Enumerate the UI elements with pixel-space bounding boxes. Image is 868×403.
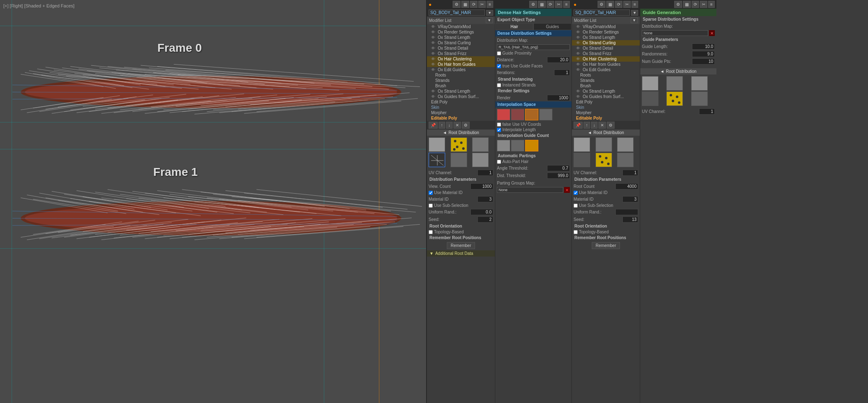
- mod-item-strand-length2[interactable]: 👁 Ox Strand Length: [427, 89, 495, 94]
- dist-thumb-3[interactable]: [472, 137, 489, 152]
- gg-dist-thumb-4[interactable]: [642, 91, 658, 106]
- obj-name-dropdown-left[interactable]: ▼: [486, 10, 493, 16]
- r-mod-strand-frizz[interactable]: 👁 Ox Strand Frizz: [572, 51, 640, 56]
- use-uv-coords-check[interactable]: [497, 122, 501, 127]
- mod-item-guides-from-surf[interactable]: 👁 Ox Guides from Surf...: [427, 94, 495, 99]
- gc-thumb-2[interactable]: [511, 140, 524, 151]
- gg-icon-5[interactable]: ≡: [708, 1, 715, 8]
- gg-icon-4[interactable]: ✂: [700, 1, 707, 8]
- render-input[interactable]: [547, 95, 570, 101]
- r-mod-vray[interactable]: 👁 VRayOrnatrixMod: [572, 24, 640, 29]
- r-dist-thumb-1[interactable]: [574, 137, 590, 152]
- guide-proximity-check[interactable]: [497, 51, 501, 55]
- material-id-input-left[interactable]: [477, 196, 493, 202]
- use-sub-sel-check-left[interactable]: [429, 204, 433, 208]
- randomness-input[interactable]: [692, 51, 715, 57]
- r-tb-move-down[interactable]: ↓: [591, 122, 598, 129]
- obj-name-input-right[interactable]: [574, 10, 630, 16]
- mod-item-render-settings[interactable]: 👁 Ox Render Settings: [427, 29, 495, 35]
- interp-thumb-3-selected[interactable]: [525, 109, 538, 120]
- r-use-sub-sel-check[interactable]: [574, 204, 578, 208]
- iterations-input[interactable]: [554, 70, 570, 76]
- remember-btn-left[interactable]: Remember: [447, 242, 475, 249]
- r-mod-strands[interactable]: Strands: [572, 78, 640, 83]
- gg-dist-thumb-2[interactable]: [666, 76, 683, 91]
- r-remember-btn[interactable]: Remember: [592, 242, 620, 249]
- mod-item-strand-frizz[interactable]: 👁 Ox Strand Frizz: [427, 51, 495, 56]
- r-tb-pin[interactable]: 📌: [574, 122, 583, 129]
- modifier-list-dropdown-left[interactable]: ▼: [486, 17, 493, 23]
- dist-thumb-6[interactable]: [472, 153, 489, 167]
- mod-item-morpher[interactable]: Morpher: [427, 110, 495, 115]
- r-mod-strand-len2[interactable]: 👁 Ox Strand Length: [572, 89, 640, 94]
- mod-item-editable-poly[interactable]: Editable Poly: [427, 115, 495, 121]
- r-dist-thumb-2[interactable]: [596, 137, 612, 152]
- gg-dist-thumb-1[interactable]: [642, 76, 658, 91]
- gg-dist-thumb-6[interactable]: [691, 91, 708, 106]
- r-mod-hair-guides[interactable]: 👁 Ox Hair from Guides: [572, 62, 640, 67]
- icon-btn-2[interactable]: ▦: [461, 1, 469, 8]
- mod-item-hair-from-guides[interactable]: 👁 Ox Hair from Guides: [427, 62, 495, 67]
- r-root-count-input[interactable]: [615, 183, 638, 190]
- num-guide-pts-input[interactable]: [692, 58, 715, 65]
- gg-dist-clear-btn[interactable]: ✕: [709, 30, 715, 36]
- tb-pin[interactable]: 📌: [429, 122, 438, 129]
- mod-item-brush[interactable]: Brush: [427, 83, 495, 89]
- dist-thumb-4-selected[interactable]: [429, 153, 445, 167]
- mod-item-edit-poly[interactable]: Edit Poly: [427, 99, 495, 105]
- r-dist-thumb-6[interactable]: [617, 153, 634, 167]
- r-mod-strand-curling[interactable]: 👁 Ox Strand Curling: [572, 40, 640, 46]
- parting-clear-btn[interactable]: ✕: [564, 187, 570, 193]
- guide-length-input[interactable]: [692, 43, 715, 50]
- r-tb-config[interactable]: ⚙: [607, 122, 615, 129]
- tb-delete[interactable]: ✕: [453, 122, 461, 129]
- r-mod-guides-surf[interactable]: 👁 Ox Guides from Surf...: [572, 94, 640, 99]
- hair-tab[interactable]: Hair: [495, 23, 533, 30]
- topology-based-check-left[interactable]: [429, 230, 433, 234]
- tb-move-down[interactable]: ↓: [446, 122, 453, 129]
- r-mod-morpher[interactable]: Morpher: [572, 110, 640, 115]
- r-mod-hair-clustering[interactable]: 👁 Ox Hair Clustering: [572, 56, 640, 62]
- dist-map-input[interactable]: [497, 44, 570, 50]
- mod-item-vray[interactable]: 👁 VRayOrnatrixMod: [427, 24, 495, 29]
- tb-config[interactable]: ⚙: [462, 122, 470, 129]
- tb-move-up[interactable]: ↑: [439, 122, 445, 129]
- interpolate-length-check[interactable]: [497, 128, 501, 132]
- r-seed-input[interactable]: [622, 216, 638, 223]
- mod-item-strand-curling[interactable]: 👁 Ox Strand Curling: [427, 40, 495, 46]
- r-mod-render[interactable]: 👁 Ox Render Settings: [572, 29, 640, 35]
- mod-item-roots[interactable]: Roots: [427, 72, 495, 78]
- gg-icon-1[interactable]: ⚙: [674, 1, 682, 8]
- gg-dist-thumb-3[interactable]: [691, 76, 708, 91]
- interp-thumb-4[interactable]: [539, 109, 552, 120]
- mod-item-strand-length[interactable]: 👁 Ox Strand Length: [427, 35, 495, 40]
- dense-icon-5[interactable]: ≡: [563, 1, 570, 8]
- obj-name-input-left[interactable]: [429, 10, 485, 16]
- icon-btn-3[interactable]: ⟳: [470, 1, 477, 8]
- r-mod-editable-poly[interactable]: Editable Poly: [572, 115, 640, 121]
- r-mod-strand-len[interactable]: 👁 Ox Strand Length: [572, 35, 640, 40]
- auto-part-hair-check[interactable]: [497, 160, 501, 164]
- r-topology-based-check[interactable]: [574, 230, 578, 234]
- mod-item-skin[interactable]: Skin: [427, 105, 495, 110]
- r-dist-thumb-3[interactable]: [617, 137, 634, 152]
- gc-thumb-3-selected[interactable]: [525, 140, 538, 151]
- r-tb-delete[interactable]: ✕: [598, 122, 606, 129]
- gg-dist-thumb-5[interactable]: [666, 91, 683, 106]
- uniform-rand-input-left[interactable]: [470, 209, 493, 215]
- use-guide-faces-check[interactable]: [497, 64, 501, 68]
- mod-item-hair-clustering[interactable]: 👁 Ox Hair Clustering: [427, 56, 495, 62]
- interp-thumb-1[interactable]: [497, 109, 510, 120]
- guides-tab[interactable]: Guides: [533, 23, 571, 30]
- dense-icon-3[interactable]: ⟳: [547, 1, 554, 8]
- r-dist-thumb-4[interactable]: [574, 153, 590, 167]
- icon-btn-5[interactable]: ≡: [487, 1, 493, 8]
- r-mod-edit-guides[interactable]: 👁 Ox Edit Guides: [572, 67, 640, 72]
- r-tb-move-up[interactable]: ↑: [583, 122, 590, 129]
- distance-input[interactable]: [547, 57, 570, 63]
- r-use-material-id-check[interactable]: [574, 191, 578, 195]
- dense-icon-2[interactable]: ▦: [538, 1, 546, 8]
- modifier-list-dropdown-right[interactable]: ▼: [631, 17, 638, 23]
- mod-item-edit-guides[interactable]: 👁 Ox Edit Guides: [427, 67, 495, 72]
- icon-btn-1[interactable]: ⚙: [453, 1, 461, 8]
